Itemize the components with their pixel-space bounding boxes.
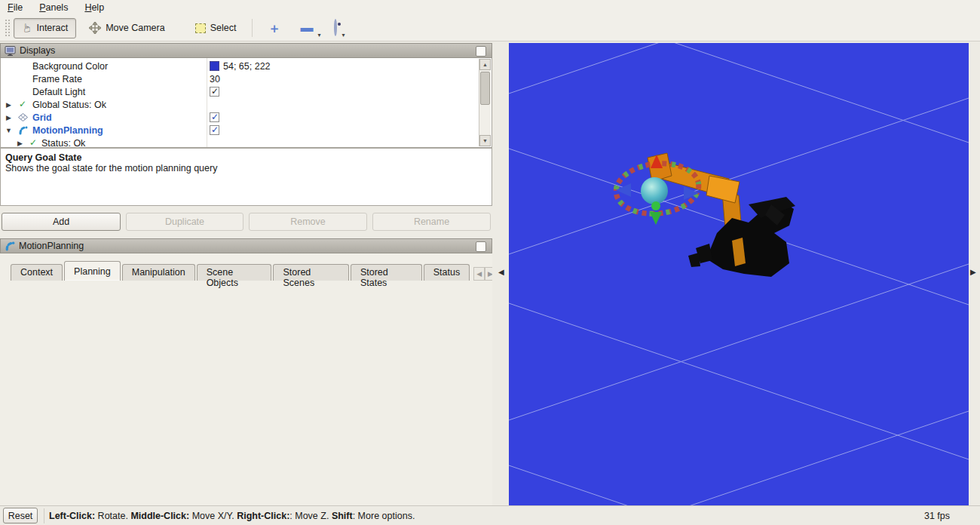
focus-camera-tool-button[interactable]: ▾ bbox=[328, 20, 343, 35]
status-bar: Reset Left-Click: Rotate. Middle-Click: … bbox=[0, 505, 980, 525]
toolbar-grip[interactable] bbox=[5, 19, 11, 37]
hand-icon: ☞ bbox=[20, 23, 34, 32]
tab-scroll-left-button[interactable]: ◀ bbox=[473, 267, 485, 281]
motionplanning-panel-header[interactable]: MotionPlanning bbox=[0, 238, 492, 253]
tab-stored-scenes[interactable]: Stored Scenes bbox=[273, 264, 348, 281]
panel-float-button[interactable] bbox=[476, 241, 486, 252]
plus-icon: ＋ bbox=[268, 21, 280, 35]
status-ok-check-icon: ✓ bbox=[19, 99, 26, 109]
rename-display-button[interactable]: Rename bbox=[372, 213, 491, 231]
scrollbar-down-button[interactable]: ▼ bbox=[479, 135, 491, 146]
color-swatch[interactable] bbox=[210, 61, 219, 71]
motionplanning-icon bbox=[18, 125, 28, 135]
fps-counter: 31 fps bbox=[924, 511, 950, 521]
motionplanning-enabled-checkbox[interactable] bbox=[210, 125, 219, 135]
remove-display-button[interactable]: Remove bbox=[249, 213, 367, 231]
default-light-checkbox[interactable] bbox=[210, 87, 219, 97]
display-help-box: Query Goal State Shows the goal state fo… bbox=[0, 148, 492, 206]
select-tool-button[interactable]: Select bbox=[187, 18, 245, 38]
minus-tool-button[interactable]: ▬▾ bbox=[294, 20, 319, 35]
toolbar: ☞ Interact Move Camera Select ＋ ▬▾ ▾ bbox=[0, 15, 980, 41]
tree-row-default-light[interactable]: Default Light bbox=[1, 85, 492, 98]
chevron-down-icon: ▾ bbox=[317, 32, 320, 38]
mouse-hints: Left-Click: Rotate. Middle-Click: Move X… bbox=[49, 511, 415, 521]
tree-row-global-status[interactable]: ▶ ✓ Global Status: Ok bbox=[1, 98, 492, 111]
chevron-right-icon[interactable]: ▶ bbox=[6, 101, 11, 109]
tab-context[interactable]: Context bbox=[11, 264, 63, 281]
displays-tree: Background Color 54; 65; 222 Frame Rate … bbox=[0, 58, 492, 148]
right-edge-strip[interactable]: ▶ bbox=[969, 43, 980, 505]
duplicate-display-button[interactable]: Duplicate bbox=[126, 213, 243, 231]
panel-splitter[interactable]: ◀ bbox=[492, 43, 509, 505]
toolbar-separator bbox=[252, 19, 253, 37]
tab-scene-objects[interactable]: Scene Objects bbox=[197, 264, 272, 281]
selection-box-icon bbox=[195, 23, 206, 33]
menu-panels[interactable]: Panels bbox=[39, 2, 68, 13]
help-box-title: Query Goal State bbox=[5, 152, 487, 163]
interact-tool-button[interactable]: ☞ Interact bbox=[14, 18, 76, 38]
plus-tool-button[interactable]: ＋ bbox=[262, 20, 286, 37]
add-display-button[interactable]: Add bbox=[2, 213, 121, 231]
grid-lines bbox=[509, 43, 969, 505]
chevron-down-icon: ▾ bbox=[341, 32, 345, 38]
focus-camera-icon bbox=[334, 19, 337, 36]
help-box-description: Shows the goal state for the motion plan… bbox=[5, 163, 487, 173]
motionplanning-icon bbox=[5, 241, 15, 251]
statusbar-separator bbox=[44, 508, 44, 523]
viewport-scene bbox=[509, 43, 969, 505]
grid-icon bbox=[18, 113, 28, 121]
menu-file[interactable]: File bbox=[8, 2, 23, 13]
tree-row-grid[interactable]: ▶ Grid bbox=[1, 111, 492, 124]
status-ok-check-icon: ✓ bbox=[29, 137, 37, 148]
displays-panel-header[interactable]: Displays bbox=[0, 43, 492, 58]
tab-manipulation[interactable]: Manipulation bbox=[122, 264, 195, 281]
robot-arm bbox=[648, 153, 795, 277]
scrollbar-up-button[interactable]: ▲ bbox=[479, 59, 491, 70]
tree-row-frame-rate[interactable]: Frame Rate 30 bbox=[1, 72, 492, 85]
scrollbar-thumb[interactable] bbox=[480, 72, 490, 105]
chevron-down-icon[interactable]: ▼ bbox=[5, 127, 12, 134]
z-axis-arrow bbox=[650, 212, 662, 225]
grid-enabled-checkbox[interactable] bbox=[210, 112, 219, 122]
tab-status[interactable]: Status bbox=[424, 264, 470, 281]
menu-bar: File Panels Help bbox=[0, 0, 980, 15]
3d-viewport[interactable] bbox=[509, 43, 969, 505]
motionplanning-panel-body: Context Planning Manipulation Scene Obje… bbox=[0, 253, 496, 505]
tab-stored-states[interactable]: Stored States bbox=[351, 264, 422, 281]
move-arrows-icon bbox=[89, 22, 101, 34]
tab-planning[interactable]: Planning bbox=[64, 261, 121, 281]
tab-bar: Context Planning Manipulation Scene Obje… bbox=[11, 261, 496, 281]
collapse-right-arrow-icon[interactable]: ▶ bbox=[970, 268, 976, 276]
panel-float-button[interactable] bbox=[476, 46, 486, 57]
reset-button[interactable]: Reset bbox=[3, 508, 38, 523]
monitor-icon bbox=[5, 46, 16, 56]
chevron-right-icon[interactable]: ▶ bbox=[17, 140, 23, 147]
menu-help[interactable]: Help bbox=[84, 2, 104, 13]
minus-icon: ▬ bbox=[300, 20, 313, 35]
tree-row-background-color[interactable]: Background Color 54; 65; 222 bbox=[1, 60, 492, 72]
move-camera-tool-button[interactable]: Move Camera bbox=[81, 18, 173, 38]
chevron-right-icon[interactable]: ▶ bbox=[6, 114, 11, 121]
tree-scrollbar[interactable]: ▲ ▼ bbox=[479, 59, 491, 146]
collapse-left-arrow-icon[interactable]: ◀ bbox=[498, 268, 504, 276]
tree-row-motionplanning[interactable]: ▼ MotionPlanning bbox=[1, 124, 492, 137]
marker-sphere bbox=[641, 177, 668, 204]
